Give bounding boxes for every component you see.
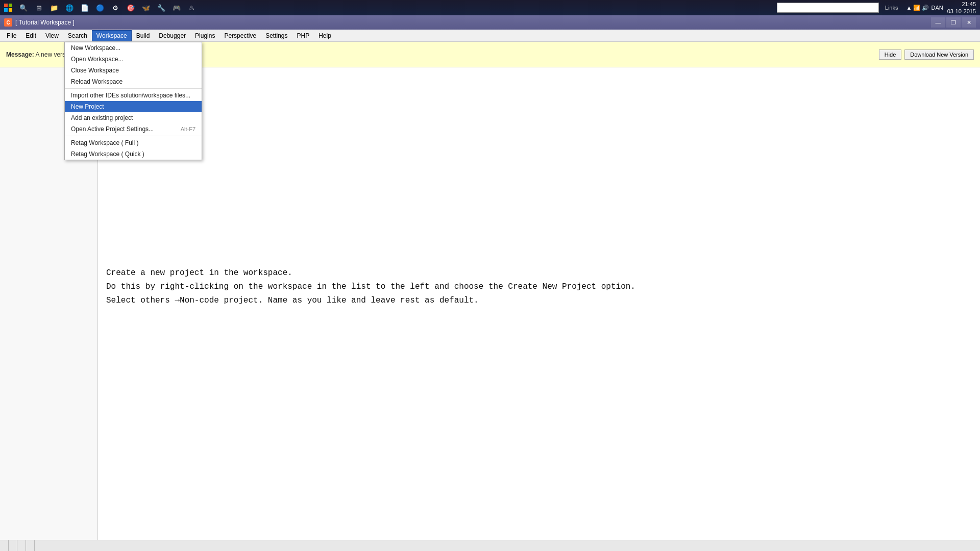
window-title: [ Tutorial Workspace ]	[15, 19, 931, 26]
main-content: Create a new project in the workspace. D…	[98, 67, 980, 540]
dropdown-item-label: Add an existing project	[71, 114, 133, 121]
dropdown-item-open-workspace---[interactable]: Open Workspace...	[65, 54, 202, 65]
menu-item-plugins[interactable]: Plugins	[190, 30, 219, 41]
dropdown-item-new-workspace---[interactable]: New Workspace...	[65, 42, 202, 54]
taskbar-files-icon[interactable]: 📄	[78, 1, 92, 15]
taskbar-task-icon[interactable]: ⊞	[32, 1, 46, 15]
svg-rect-1	[9, 4, 12, 7]
menu-item-build[interactable]: Build	[132, 30, 155, 41]
start-button[interactable]	[2, 2, 14, 14]
taskbar-username: DAN	[931, 5, 943, 11]
restore-button[interactable]: ❐	[946, 17, 961, 28]
dropdown-item-close-workspace[interactable]: Close Workspace	[65, 65, 202, 76]
menu-item-workspace[interactable]: Workspace	[92, 30, 132, 41]
status-segment-3	[17, 540, 26, 551]
dropdown-item-label: Open Active Project Settings...	[71, 126, 154, 133]
dropdown-item-open-active-project-settings---[interactable]: Open Active Project Settings...Alt-F7	[65, 123, 202, 135]
menu-item-settings[interactable]: Settings	[261, 30, 292, 41]
dropdown-item-label: New Project	[71, 103, 104, 110]
taskbar-search-box[interactable]	[777, 3, 879, 13]
dropdown-item-label: Reload Workspace	[71, 78, 122, 85]
dropdown-item-label: Close Workspace	[71, 67, 119, 74]
dropdown-item-add-an-existing-project[interactable]: Add an existing project	[65, 112, 202, 123]
taskbar-app2-icon[interactable]: 🎯	[124, 1, 138, 15]
taskbar-ie-icon[interactable]: 🔵	[93, 1, 107, 15]
statusbar	[0, 540, 980, 551]
dropdown-item-label: Retag Workspace ( Quick )	[71, 151, 144, 158]
dropdown-item-label: Open Workspace...	[71, 56, 124, 63]
menu-item-debugger[interactable]: Debugger	[154, 30, 190, 41]
text-line-3: Select others →Non-code project. Name as…	[106, 294, 972, 308]
dropdown-shortcut: Alt-F7	[181, 126, 195, 132]
taskbar-search-input[interactable]	[777, 3, 879, 13]
taskbar-steam-icon[interactable]: ♨	[185, 1, 199, 15]
taskbar-chrome-icon[interactable]: 🌐	[62, 1, 77, 15]
svg-rect-3	[9, 8, 12, 12]
dropdown-item-import-other-ides-solution-workspace-files---[interactable]: Import other IDEs solution/workspace fil…	[65, 88, 202, 101]
taskbar-app4-icon[interactable]: 🔧	[154, 1, 168, 15]
menu-item-edit[interactable]: Edit	[21, 30, 41, 41]
dropdown-item-label: Import other IDEs solution/workspace fil…	[71, 92, 190, 99]
download-new-version-button[interactable]: Download New Version	[904, 49, 974, 60]
svg-rect-0	[4, 4, 8, 7]
taskbar-search-icon[interactable]: 🔍	[16, 1, 31, 15]
taskbar-app1-icon[interactable]: ⚙	[108, 1, 122, 15]
status-segment-2	[9, 540, 17, 551]
taskbar-sys-icons: ▲ 📶 🔊	[906, 5, 929, 11]
menu-item-perspective[interactable]: Perspective	[219, 30, 261, 41]
editor-text: Create a new project in the workspace. D…	[98, 261, 980, 313]
hide-button[interactable]: Hide	[879, 49, 902, 60]
taskbar-app5-icon[interactable]: 🎮	[169, 1, 184, 15]
dropdown-item-retag-workspace---full--[interactable]: Retag Workspace ( Full )	[65, 136, 202, 148]
titlebar: C [ Tutorial Workspace ] — ❐ ✕	[0, 15, 980, 30]
dropdown-item-label: Retag Workspace ( Full )	[71, 139, 139, 146]
window-controls: — ❐ ✕	[931, 17, 976, 28]
taskbar-clock: 21:45 03-10-2015	[947, 1, 976, 15]
taskbar-links: Links	[885, 5, 898, 11]
app-icon: C	[4, 18, 12, 27]
svg-rect-2	[4, 8, 8, 12]
menu-item-php[interactable]: PHP	[292, 30, 314, 41]
notification-buttons: Hide Download New Version	[879, 49, 974, 60]
dropdown-item-retag-workspace---quick--[interactable]: Retag Workspace ( Quick )	[65, 148, 202, 160]
dropdown-item-reload-workspace[interactable]: Reload Workspace	[65, 76, 202, 87]
text-line-2: Do this by right-clicking on the workspa…	[106, 280, 972, 294]
taskbar: 🔍 ⊞ 📁 🌐 📄 🔵 ⚙ 🎯 🦋 🔧 🎮 ♨ Links ▲ 📶 🔊 DAN …	[0, 0, 980, 15]
menu-item-search[interactable]: Search	[63, 30, 92, 41]
menu-item-view[interactable]: View	[41, 30, 63, 41]
status-segment-1	[0, 540, 9, 551]
minimize-button[interactable]: —	[931, 17, 945, 28]
dropdown-item-new-project[interactable]: New Project	[65, 101, 202, 112]
menu-item-file[interactable]: File	[2, 30, 21, 41]
taskbar-folder-icon[interactable]: 📁	[47, 1, 61, 15]
text-line-1: Create a new project in the workspace.	[106, 266, 972, 280]
taskbar-app3-icon[interactable]: 🦋	[139, 1, 153, 15]
workspace-dropdown-menu: New Workspace...Open Workspace...Close W…	[64, 42, 202, 160]
menubar: FileEditViewSearchWorkspaceBuildDebugger…	[0, 30, 980, 42]
status-segment-4	[26, 540, 35, 551]
menu-item-help[interactable]: Help	[314, 30, 336, 41]
notification-label: Message:	[6, 51, 34, 58]
close-button[interactable]: ✕	[962, 17, 976, 28]
dropdown-item-label: New Workspace...	[71, 44, 120, 52]
taskbar-icons: 🔍 ⊞ 📁 🌐 📄 🔵 ⚙ 🎯 🦋 🔧 🎮 ♨	[16, 1, 777, 15]
